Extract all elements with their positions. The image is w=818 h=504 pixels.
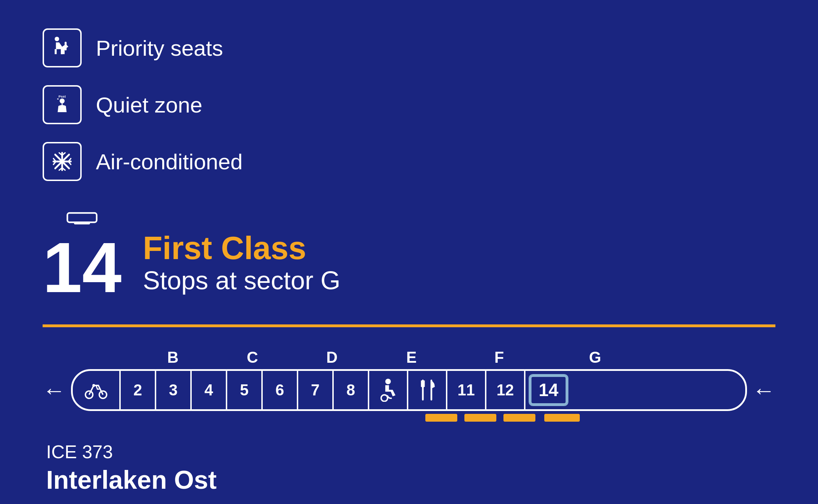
car-number-section: 14 [43,209,121,303]
arrow-left: ← [43,377,66,404]
train-car-6: 6 [263,371,298,409]
yellow-bar-14-container [539,414,585,422]
legend-item-air-conditioned: Air-conditioned [43,142,775,181]
car-14-label: 14 [539,380,558,400]
yellow-bars-row [43,414,775,422]
sector-d-label: D [326,349,338,366]
train-car-bike [73,371,121,409]
train-number: ICE 373 [46,441,775,462]
divider [43,324,775,327]
train-row: ← 2 3 4 [43,369,775,411]
train-car-4: 4 [192,371,227,409]
yellow-bar-12 [503,414,535,422]
priority-seats-label: Priority seats [96,35,223,61]
train-body: 2 3 4 5 6 7 8 [71,369,747,411]
sector-b-label-container: B [133,349,213,366]
svg-rect-8 [61,105,63,109]
svg-text:Psst: Psst [59,94,66,98]
air-condition-icon [50,149,75,174]
sector-b-label: B [167,349,179,366]
sector-f-label-container: F [451,349,547,366]
train-destination: Interlaken Ost [46,465,775,494]
train-car-8: 8 [334,371,369,409]
train-car-14: 14 [525,371,572,409]
train-diagram-section: B C D E F G ← [43,349,775,494]
yellow-bar-14 [544,414,580,422]
priority-seat-icon-box [43,28,82,67]
svg-rect-23 [74,222,90,224]
yellow-bar-restaurant [425,414,457,422]
yellow-bar-11 [464,414,496,422]
train-car-11: 11 [447,371,486,409]
main-container: Priority seats Psst Quiet zone [0,0,818,504]
bike-icon [84,381,108,399]
legend-item-priority-seats: Priority seats [43,28,775,67]
train-car-2: 2 [121,371,156,409]
svg-point-6 [60,99,65,104]
sector-c-label: C [247,349,258,366]
sector-labels-row: B C D E F G [43,349,775,366]
yellow-bar-restaurant-container [422,414,461,422]
svg-point-27 [385,379,391,384]
sector-g-label: G [589,349,601,366]
car-14-highlight-box: 14 [529,375,568,405]
svg-rect-2 [61,49,63,54]
svg-rect-3 [65,42,67,51]
car-seat-icon [66,209,98,229]
yellow-bar-11-container [461,414,500,422]
sector-g-label-container: G [547,349,643,366]
train-car-wheelchair [369,371,408,409]
svg-rect-22 [67,213,97,222]
sector-e-label: E [406,349,416,366]
legend: Priority seats Psst Quiet zone [43,28,775,181]
wheelchair-icon [379,379,397,402]
sector-c-label-container: C [213,349,292,366]
svg-rect-1 [55,49,57,54]
train-car-restaurant [408,371,447,409]
quiet-zone-label: Quiet zone [96,92,202,117]
air-conditioned-label: Air-conditioned [96,149,243,174]
sector-f-label: F [495,349,504,366]
train-car-3: 3 [156,371,192,409]
car-number: 14 [43,232,121,303]
quiet-zone-icon: Psst [50,92,75,117]
train-car-5: 5 [227,371,263,409]
svg-rect-0 [55,37,59,42]
legend-item-quiet-zone: Psst Quiet zone [43,85,775,124]
priority-seat-icon [50,35,75,60]
train-info: ICE 373 Interlaken Ost [43,441,775,494]
svg-rect-5 [57,99,59,100]
car-sector: Stops at sector G [143,266,340,295]
restaurant-icon [419,378,436,402]
sector-d-label-container: D [292,349,372,366]
car-info: 14 First Class Stops at sector G [43,209,775,303]
quiet-zone-icon-box: Psst [43,85,82,124]
sector-e-label-container: E [372,349,451,366]
car-details: First Class Stops at sector G [143,209,340,295]
air-condition-icon-box [43,142,82,181]
train-car-12: 12 [486,371,525,409]
car-class: First Class [143,231,340,266]
seat-icon [66,209,98,227]
svg-point-26 [92,384,95,387]
yellow-bar-12-container [500,414,539,422]
arrow-right: ← [752,377,775,404]
train-car-7: 7 [298,371,334,409]
